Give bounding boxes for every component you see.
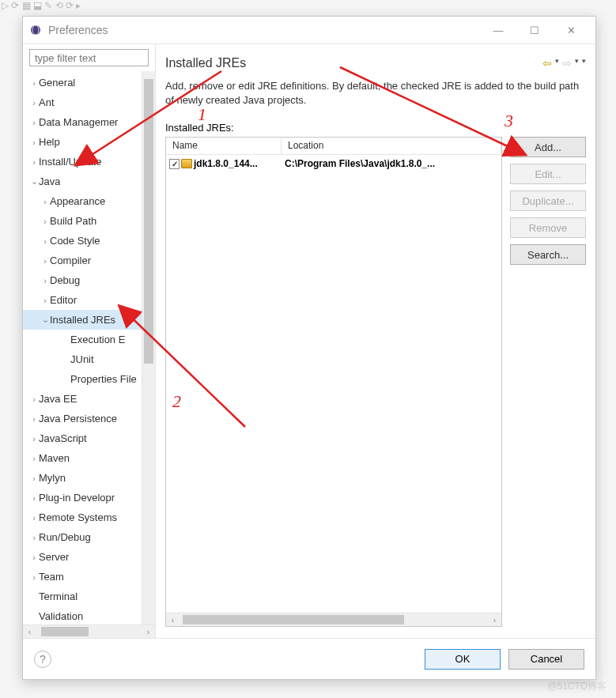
table-row[interactable]: ✓ jdk1.8.0_144... C:\Program Files\Java\… xyxy=(166,155,501,172)
chevron-right-icon: › xyxy=(40,217,50,226)
tree-item[interactable]: ›Plug-in Developr xyxy=(23,488,142,507)
tree-item[interactable]: Properties File xyxy=(23,369,142,389)
page-title: Installed JREs xyxy=(165,56,542,70)
tree-item-label: Compiler xyxy=(50,255,91,266)
tree-item[interactable]: ›JavaScript xyxy=(23,428,142,448)
search-button[interactable]: Search... xyxy=(510,244,586,265)
chevron-right-icon: › xyxy=(29,394,39,404)
eclipse-icon xyxy=(29,24,42,36)
duplicate-button[interactable]: Duplicate... xyxy=(510,191,586,211)
tree-item-label: Data Managemer xyxy=(39,116,118,128)
tree-item[interactable]: ›General xyxy=(23,73,142,92)
tree-item-label: Install/Update xyxy=(39,156,102,168)
chevron-right-icon: › xyxy=(29,513,39,523)
tree-item[interactable]: ›Java Persistence xyxy=(23,409,142,428)
tree-item[interactable]: ›Help xyxy=(23,132,142,152)
chevron-right-icon: › xyxy=(29,493,39,503)
remove-button[interactable]: Remove xyxy=(510,217,586,238)
tree-item[interactable]: ›Remote Systems xyxy=(23,507,142,527)
chevron-right-icon: › xyxy=(29,414,39,424)
tree-item[interactable]: ›Mylyn xyxy=(23,468,142,488)
tree-item[interactable]: ›Debug xyxy=(23,270,142,290)
tree-item[interactable]: ›Team xyxy=(23,567,142,587)
tree-item[interactable]: ›Server xyxy=(23,547,142,567)
col-name[interactable]: Name xyxy=(166,138,282,154)
tree-item[interactable]: ›Ant xyxy=(23,92,142,112)
nav-history-icons[interactable]: ⇦▾ ⇨▾ ▾ xyxy=(542,57,586,70)
chevron-right-icon: › xyxy=(40,236,50,246)
tree-item-label: Installed JREs xyxy=(50,314,115,326)
tree-item-label: Maven xyxy=(39,452,70,464)
chevron-right-icon: › xyxy=(40,197,50,206)
tree-item[interactable]: ⌄Java xyxy=(23,172,142,191)
chevron-down-icon: ⌄ xyxy=(40,315,50,325)
preferences-dialog: Preferences — ☐ ✕ ›General›Ant›Data Mana… xyxy=(22,16,596,680)
tree-item-label: Code Style xyxy=(50,235,100,247)
tree-item[interactable]: ›Java EE xyxy=(23,389,142,409)
chevron-right-icon: › xyxy=(29,157,39,167)
titlebar: Preferences — ☐ ✕ xyxy=(23,17,595,43)
dialog-footer: ? OK Cancel xyxy=(23,638,595,679)
edit-button[interactable]: Edit... xyxy=(510,164,586,184)
tree-item-label: Plug-in Developr xyxy=(39,492,115,504)
chevron-right-icon: › xyxy=(29,474,39,483)
ide-toolbar-icons: ▷ ⟳ ▦ ⬓ ✎ ⟲ ⟳ ▸ xyxy=(2,0,81,11)
tree-item[interactable]: Validation xyxy=(23,606,142,624)
filter-input[interactable] xyxy=(29,49,149,66)
tree-vertical-scrollbar[interactable] xyxy=(142,71,155,624)
chevron-down-icon: ⌄ xyxy=(29,176,39,187)
tree-item-label: JavaScript xyxy=(39,432,87,444)
tree-item[interactable]: ›Run/Debug xyxy=(23,527,142,547)
cancel-button[interactable]: Cancel xyxy=(508,649,584,670)
tree-item[interactable]: JUnit xyxy=(23,349,142,369)
add-button[interactable]: Add... xyxy=(510,137,586,157)
tree-item-label: JUnit xyxy=(70,353,94,365)
close-button[interactable]: ✕ xyxy=(553,18,589,42)
table-horizontal-scrollbar[interactable]: ‹› xyxy=(166,613,501,626)
preferences-tree[interactable]: ›General›Ant›Data Managemer›Help›Install… xyxy=(23,71,142,624)
checkbox-icon[interactable]: ✓ xyxy=(169,159,180,169)
tree-item[interactable]: ›Editor xyxy=(23,290,142,310)
tree-item[interactable]: Execution E xyxy=(23,330,142,349)
tree-item-label: Validation xyxy=(39,610,83,622)
background-toolbar xyxy=(0,0,616,14)
chevron-right-icon: › xyxy=(29,78,39,88)
jre-icon xyxy=(181,159,192,168)
chevron-right-icon: › xyxy=(29,434,39,443)
tree-item[interactable]: ›Code Style xyxy=(23,231,142,251)
watermark: @51CTO博客 xyxy=(547,680,607,693)
tree-item-label: Run/Debug xyxy=(39,531,91,543)
tree-item[interactable]: Terminal xyxy=(23,587,142,606)
tree-item-label: Ant xyxy=(39,96,55,108)
forward-icon: ⇨ xyxy=(562,57,572,70)
tree-item-label: Build Path xyxy=(50,215,96,227)
tree-item[interactable]: ›Appearance xyxy=(23,191,142,211)
main-panel: Installed JREs ⇦▾ ⇨▾ ▾ Add, remove or ed… xyxy=(156,44,595,638)
tree-item-label: Remote Systems xyxy=(39,511,117,523)
window-title: Preferences xyxy=(48,24,108,36)
tree-item-label: Execution E xyxy=(70,334,125,345)
chevron-right-icon: › xyxy=(40,256,50,266)
tree-horizontal-scrollbar[interactable]: ‹› xyxy=(23,624,155,638)
tree-item-label: Java EE xyxy=(39,393,77,405)
ok-button[interactable]: OK xyxy=(425,649,501,670)
tree-item[interactable]: ›Compiler xyxy=(23,251,142,270)
col-location[interactable]: Location xyxy=(282,138,501,154)
tree-item[interactable]: ›Maven xyxy=(23,448,142,468)
chevron-right-icon: › xyxy=(29,533,39,542)
chevron-right-icon: › xyxy=(40,276,50,285)
tree-item-label: Java Persistence xyxy=(39,413,117,424)
tree-item[interactable]: ›Install/Update xyxy=(23,152,142,172)
help-icon[interactable]: ? xyxy=(34,651,51,668)
jre-table[interactable]: Name Location ✓ jdk1.8.0_144... C:\Progr… xyxy=(165,137,502,627)
tree-item-label: Server xyxy=(39,551,69,563)
jre-name: jdk1.8.0_144... xyxy=(194,158,258,169)
tree-item[interactable]: ›Data Managemer xyxy=(23,112,142,132)
tree-item[interactable]: ›Build Path xyxy=(23,211,142,231)
tree-item-label: Appearance xyxy=(50,195,105,207)
minimize-button[interactable]: — xyxy=(480,18,516,42)
maximize-button[interactable]: ☐ xyxy=(516,18,553,42)
chevron-right-icon: › xyxy=(29,553,39,562)
sidebar: ›General›Ant›Data Managemer›Help›Install… xyxy=(23,44,156,638)
tree-item[interactable]: ⌄Installed JREs xyxy=(23,310,142,330)
